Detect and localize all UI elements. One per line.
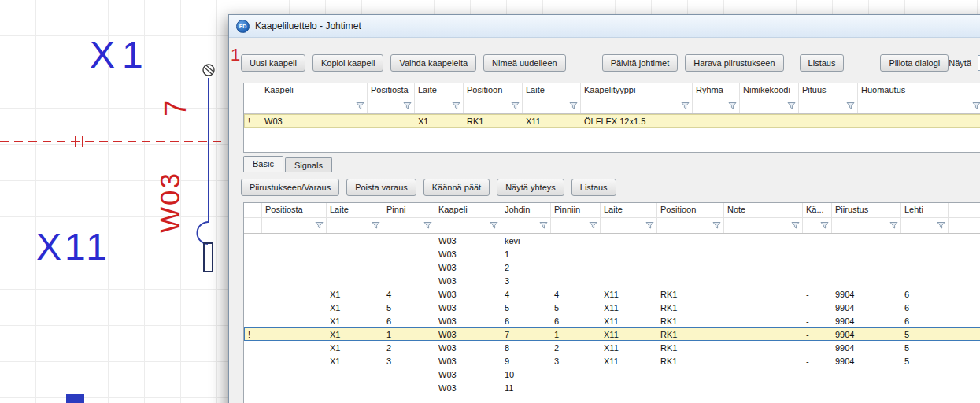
- wire-table-column-header-lehti[interactable]: Lehti: [901, 203, 949, 217]
- cable-table-filter-nimikekoodi[interactable]: [740, 98, 799, 113]
- tab-toolbar-k-nn-p-t-button[interactable]: Käännä päät: [423, 179, 490, 196]
- wire-table-cell-k: -: [803, 343, 832, 353]
- wire-table-row-4[interactable]: X14W0344X11RK1-99046: [244, 287, 980, 301]
- wire-table-column-header-pinniin[interactable]: Pinniin: [551, 203, 601, 217]
- cable-table-filter-kaapelityyppi[interactable]: [581, 98, 693, 113]
- wire-table-row-9[interactable]: X13W0393X11RK1-99045: [244, 354, 980, 368]
- wire-table-column-header-piirustus[interactable]: Piirustus: [832, 203, 901, 217]
- wire-table-row-5[interactable]: X15W0355X11RK1-99046: [244, 301, 980, 314]
- toolbar-top-nime-uudelleen-button[interactable]: Nimeä uudelleen: [483, 54, 566, 72]
- wire-table-row-3[interactable]: W033: [244, 274, 980, 287]
- wire-table-cell-laite: X1: [327, 316, 383, 326]
- cable-table-filter-positioon[interactable]: [464, 98, 523, 113]
- filter-funnel-icon: [403, 102, 412, 110]
- wire-table-row-11[interactable]: W0311: [244, 381, 980, 394]
- wire-table-filter-positioon[interactable]: [657, 218, 724, 233]
- wire-table-cell-laite: X11: [601, 343, 657, 353]
- wire-table-filter-filler: [949, 218, 980, 233]
- wire-table-row-6[interactable]: X16W0366X11RK1-99046: [244, 314, 980, 327]
- wire-table-cell-kaapeli: W03: [435, 383, 501, 393]
- wire-table-cell-johdin: 1: [501, 250, 551, 259]
- wire-table-cell-pinni: 1: [383, 330, 435, 339]
- wire-table-filter-laite[interactable]: [601, 218, 657, 233]
- wire-table-filter-kaapeli[interactable]: [435, 218, 501, 233]
- wire-table-row-2[interactable]: W032: [244, 261, 980, 274]
- wire-table-filter-pinni[interactable]: [383, 218, 435, 233]
- wire-table-column-header-pinni[interactable]: Pinni: [383, 203, 435, 217]
- wire-table-filter-pinniin[interactable]: [551, 218, 601, 233]
- wire-table-column-header-note[interactable]: Note: [724, 203, 803, 217]
- wire-table-filter-johdin[interactable]: [501, 218, 551, 233]
- cable-table-filter-huomautus[interactable]: [858, 98, 980, 113]
- wire-table-cell-kaapeli: W03: [435, 290, 501, 299]
- tab-toolbar-poista-varaus-button[interactable]: Poista varaus: [346, 179, 416, 196]
- wire-table-filter-lehti[interactable]: [901, 218, 949, 233]
- cable-table-row-flag: !: [244, 116, 261, 126]
- toolbar-top-harava-piirustukseen-button[interactable]: Harava piirustukseen: [685, 54, 783, 72]
- toolbar-top-uusi-kaapeli-button[interactable]: Uusi kaapeli: [241, 54, 305, 72]
- wire-table-cell-laite: X11: [601, 303, 657, 312]
- wire-table-column-header-johdin[interactable]: Johdin: [501, 203, 551, 217]
- tab-signals[interactable]: Signals: [285, 157, 332, 172]
- wire-table-filter-note[interactable]: [724, 218, 803, 233]
- cable-table-filter-pituus[interactable]: [799, 98, 858, 113]
- cad-wire-line: [208, 78, 209, 223]
- wire-table-row-7[interactable]: !X11W0371X11RK1-99045: [244, 327, 980, 341]
- cable-table-column-header-positiosta[interactable]: Positiosta: [368, 83, 415, 98]
- cable-table-cell-laite: X11: [523, 116, 581, 126]
- cable-table-filter-laite[interactable]: [415, 98, 464, 113]
- wire-table-column-header-positiosta[interactable]: Positiosta: [262, 203, 327, 217]
- cad-label-terminal-x11: X11: [36, 225, 110, 268]
- wire-table-row-8[interactable]: X12W0382X11RK1-99045: [244, 341, 980, 354]
- tab-toolbar-piirustukseen-varaus-button[interactable]: Piirustukseen/Varaus: [241, 179, 339, 196]
- tab-toolbar-listaus-button[interactable]: Listaus: [571, 179, 616, 196]
- cable-table-column-header-ryhm[interactable]: Ryhmä: [693, 83, 740, 98]
- window-titlebar[interactable]: ED Kaapeliluettelo - Johtimet: [229, 15, 980, 38]
- wire-table-filter-k[interactable]: [803, 218, 832, 233]
- cable-table-column-header-pituus[interactable]: Pituus: [799, 83, 858, 98]
- wire-table-cell-positioon: RK1: [657, 343, 724, 353]
- wire-table-cell-johdin: 11: [501, 383, 551, 393]
- wire-table-cell-k: -: [803, 357, 832, 366]
- wire-table-filter-laite[interactable]: [327, 218, 383, 233]
- wire-table-row-10[interactable]: W0310: [244, 368, 980, 381]
- cable-table-column-header-laite[interactable]: Laite: [523, 83, 581, 98]
- cable-table-filter-laite[interactable]: [523, 98, 581, 113]
- wire-table-row-0[interactable]: W03kevi: [244, 234, 980, 247]
- cable-table-column-header-kaapeli[interactable]: Kaapeli: [261, 83, 368, 98]
- wire-table-column-header-positioon[interactable]: Positioon: [657, 203, 724, 217]
- wire-table-body: W03keviW031W032W033X14W0344X11RK1-99046X…: [244, 234, 980, 394]
- tab-basic[interactable]: Basic: [243, 156, 283, 172]
- toolbar-top-p-ivit-johtimet-button[interactable]: Päivitä johtimet: [602, 54, 679, 72]
- wire-table-cell-kaapeli: W03: [435, 263, 501, 272]
- cable-table-filter-kaapeli[interactable]: [261, 98, 368, 113]
- toolbar-top-vaihda-kaapeleita-button[interactable]: Vaihda kaapeleita: [390, 54, 476, 72]
- window-title: Kaapeliluettelo - Johtimet: [255, 20, 361, 31]
- wire-table-column-header-laite[interactable]: Laite: [601, 203, 657, 217]
- cable-table-column-header-positioon[interactable]: Positioon: [464, 83, 523, 98]
- cable-table-column-header-kaapelityyppi[interactable]: Kaapelityyppi: [581, 83, 693, 98]
- toolbar-top-listaus-button[interactable]: Listaus: [800, 54, 845, 72]
- wire-table-column-header-k[interactable]: Kä...: [803, 203, 832, 217]
- wire-table-cell-piirustus: 9904: [832, 343, 901, 353]
- cable-table-cell-positioon: RK1: [464, 116, 523, 126]
- wire-table-cell-lehti: 5: [901, 343, 949, 353]
- cable-table-filter-positiosta[interactable]: [368, 98, 415, 113]
- toolbar-top-kopioi-kaapeli-button[interactable]: Kopioi kaapeli: [312, 54, 384, 72]
- wire-table-column-header-kaapeli[interactable]: Kaapeli: [435, 203, 501, 217]
- wire-table-row-1[interactable]: W031: [244, 247, 980, 261]
- cable-table-filter-ryhm[interactable]: [693, 98, 740, 113]
- cable-table-column-header-laite[interactable]: Laite: [415, 83, 464, 98]
- toolbar-top-piilota-dialogi-button[interactable]: Piilota dialogi: [880, 54, 949, 72]
- cable-table-column-header-huomautus[interactable]: Huomautus: [858, 83, 980, 98]
- wire-table-filter-positiosta[interactable]: [262, 218, 327, 233]
- filter-funnel-icon: [820, 221, 829, 230]
- filter-funnel-icon: [681, 102, 690, 110]
- filter-funnel-icon: [589, 221, 597, 230]
- wire-table-column-header-laite[interactable]: Laite: [327, 203, 383, 217]
- cable-table-row-0[interactable]: !W03X1RK1X11ÖLFLEX 12x1.5: [244, 114, 980, 128]
- cad-label-cable-w03: W03: [154, 131, 184, 233]
- cable-table-column-header-nimikekoodi[interactable]: Nimikekoodi: [740, 83, 799, 98]
- tab-toolbar-n-yt-yhteys-button[interactable]: Näytä yhteys: [497, 179, 564, 196]
- wire-table-filter-piirustus[interactable]: [832, 218, 901, 233]
